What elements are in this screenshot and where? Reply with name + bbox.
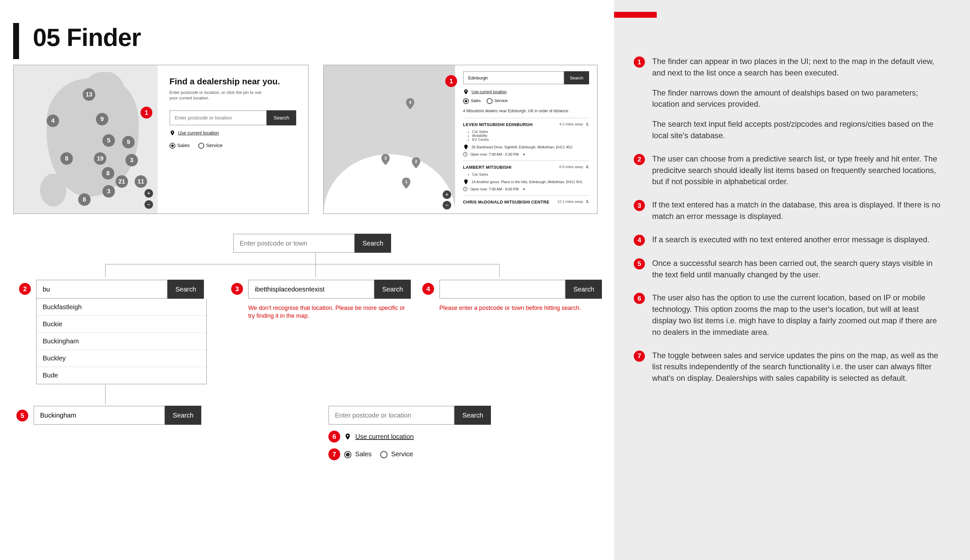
- dealer-distance: 4.2 miles away: [559, 122, 583, 126]
- annotation-number-badge: 4: [634, 235, 645, 246]
- map-cluster-pin[interactable]: 8: [78, 193, 91, 206]
- dealer-address: 14 Another grove, Place in the hills, Ed…: [463, 179, 589, 185]
- map-cluster-pin[interactable]: 3: [125, 154, 138, 167]
- radio-service-label: Service: [494, 98, 508, 103]
- annotation-text: If a search is executed with no text ent…: [652, 234, 929, 245]
- autocomplete-item[interactable]: Buckfastleigh: [37, 299, 206, 316]
- search-button[interactable]: Search: [374, 280, 411, 299]
- annotation-badge-3: 3: [231, 283, 243, 295]
- service-type-toggle: Sales Service: [463, 98, 589, 104]
- autocomplete-item[interactable]: Bude: [37, 367, 206, 384]
- dealer-list-item[interactable]: CHRIS McDONALD MITSUBISHI CENTRE12.1 mil…: [463, 195, 589, 208]
- radio-service[interactable]: Service: [198, 142, 223, 149]
- map-cluster-pin[interactable]: 4: [47, 115, 59, 127]
- search-input[interactable]: [439, 280, 566, 299]
- annotation-number-badge: 7: [634, 350, 645, 362]
- search-button[interactable]: Search: [165, 406, 201, 425]
- dealer-list-item[interactable]: LEVEN MITSUBISHI EDINBURGH4.2 miles away…: [463, 118, 589, 160]
- map-cluster-pin[interactable]: 9: [122, 136, 135, 148]
- autocomplete-item[interactable]: Buckingham: [37, 333, 206, 350]
- accent-bar: [13, 23, 19, 59]
- map-cluster-pin[interactable]: 19: [94, 152, 107, 165]
- map-cluster-pin[interactable]: 8: [60, 152, 73, 165]
- search-button[interactable]: Search: [267, 110, 296, 125]
- search-button[interactable]: Search: [564, 71, 589, 84]
- use-current-location-link[interactable]: Use current location: [355, 433, 414, 440]
- map-cluster-pin[interactable]: 5: [102, 134, 115, 147]
- zoom-out-button[interactable]: −: [145, 200, 153, 209]
- radio-service-label: Service: [391, 450, 413, 458]
- zoom-in-button[interactable]: +: [442, 190, 451, 199]
- autocomplete-list: BuckfastleighBuckieBuckinghamBuckleyBude: [36, 299, 207, 384]
- radio-service-label: Service: [206, 142, 223, 148]
- dealer-index: 3.: [586, 200, 589, 203]
- search-button[interactable]: Search: [355, 234, 391, 253]
- search-input[interactable]: [248, 280, 374, 299]
- radio-sales-label: Sales: [355, 450, 372, 458]
- map-marker[interactable]: 3: [381, 154, 390, 165]
- search-button[interactable]: Search: [566, 280, 602, 299]
- search-input[interactable]: [463, 71, 564, 84]
- annotation-text: The finder narrows down the amount of de…: [652, 87, 940, 110]
- annotation-text: The toggle between sales and service upd…: [652, 350, 940, 384]
- search-input[interactable]: [328, 406, 454, 425]
- location-pin-icon: [463, 89, 469, 95]
- use-current-location-link[interactable]: Use current location: [169, 130, 296, 136]
- map-land: [40, 173, 66, 207]
- map-marker[interactable]: 1: [402, 178, 411, 189]
- annotation-item: 5Once a successful search has been carri…: [634, 258, 940, 281]
- finder-subtext: Enter postcode or location, or click the…: [169, 90, 268, 101]
- dealer-hours: Open now: 7:00 AM - 6:00 PM ▾: [463, 187, 589, 192]
- search-input[interactable]: [233, 234, 355, 253]
- dealer-services: Car Sales: [472, 172, 589, 176]
- radio-sales-label: Sales: [471, 98, 481, 103]
- annotation-text: The search text input field accepts post…: [652, 118, 940, 142]
- annotation-item: 1The finder can appear in two places in …: [634, 56, 940, 142]
- map-cluster-pin[interactable]: 3: [102, 185, 115, 198]
- dealer-index: 1.: [586, 122, 589, 126]
- use-current-location-label: Use current location: [472, 90, 507, 94]
- radio-sales[interactable]: Sales: [169, 142, 190, 149]
- annotation-number-badge: 2: [634, 154, 645, 165]
- error-message: Please enter a postcode or town before h…: [439, 304, 604, 312]
- zoom-out-button[interactable]: −: [442, 201, 451, 210]
- radio-service[interactable]: Service: [487, 98, 508, 104]
- annotation-item: 7The toggle between sales and service up…: [634, 350, 940, 384]
- annotation-badge-7: 7: [328, 448, 340, 460]
- map-cluster-pin[interactable]: 11: [135, 175, 147, 188]
- map-cluster-pin[interactable]: 8: [102, 167, 114, 180]
- dealer-address: 26 Bankhead Drive, Sighthill, Edinburgh,…: [463, 144, 589, 150]
- search-input[interactable]: [169, 110, 267, 125]
- map-uk[interactable]: 13495981938211138 + −: [14, 65, 158, 213]
- annotation-badge-4: 4: [422, 283, 434, 295]
- search-input[interactable]: [36, 280, 167, 299]
- search-button[interactable]: Search: [454, 406, 491, 425]
- map-results[interactable]: 4321 + −: [324, 65, 455, 213]
- use-current-location-label: Use current location: [178, 130, 219, 135]
- dealer-list-item[interactable]: LAMBERT MITSUBISHI6.8 miles away2.Car Sa…: [463, 160, 589, 195]
- results-column: Search Use current location Sales Servic…: [455, 65, 597, 213]
- annotation-badge-5: 5: [17, 410, 28, 422]
- annotation-number-badge: 5: [634, 258, 645, 270]
- autocomplete-item[interactable]: Buckie: [37, 316, 206, 333]
- map-cluster-pin[interactable]: 9: [96, 113, 109, 125]
- panel-results-view: 1 4321 + − Search Use c: [323, 65, 598, 214]
- search-button[interactable]: Search: [167, 280, 204, 299]
- search-input[interactable]: [33, 406, 165, 425]
- map-marker[interactable]: 2: [412, 157, 420, 168]
- autocomplete-item[interactable]: Buckley: [37, 350, 206, 367]
- map-cluster-pin[interactable]: 13: [83, 88, 95, 101]
- map-marker[interactable]: 4: [406, 98, 414, 109]
- annotation-badge-1: 1: [140, 107, 152, 118]
- dealer-distance: 6.8 miles away: [559, 165, 583, 169]
- results-summary: 4 Mitsubishi dealers near Edinburgh, UK …: [463, 108, 589, 113]
- radio-service[interactable]: Service: [380, 450, 413, 458]
- zoom-in-button[interactable]: +: [145, 189, 153, 198]
- annotation-item: 3If the text entered has a match in the …: [634, 199, 940, 222]
- radio-sales[interactable]: Sales: [463, 98, 481, 104]
- use-current-location-link[interactable]: Use current location: [463, 89, 589, 95]
- panel-default-view: 13495981938211138 + − 1 Find a dealershi…: [13, 65, 309, 214]
- location-pin-icon: [344, 433, 351, 440]
- map-cluster-pin[interactable]: 21: [115, 175, 128, 188]
- radio-sales[interactable]: Sales: [344, 450, 372, 458]
